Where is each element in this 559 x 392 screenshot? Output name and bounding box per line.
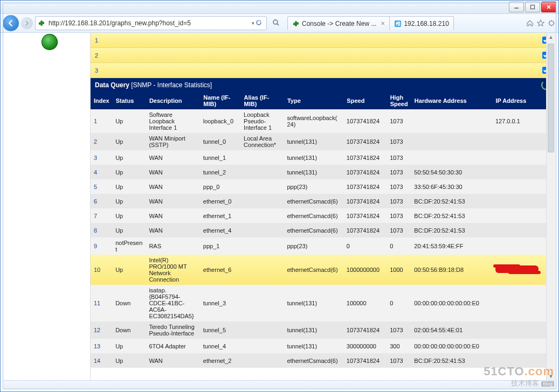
cell-index: 1 — [91, 109, 112, 133]
table-row[interactable]: 14UpWANethernet_2ethernetCsmacd(6)107374… — [91, 353, 555, 368]
row-index-link[interactable]: 14 — [94, 358, 100, 364]
graph-template-row[interactable]: 1 — [91, 33, 555, 48]
page-favicon-icon: 维 — [394, 20, 402, 27]
table-row[interactable]: 4UpWANtunnel_2tunnel(131)107374182410735… — [91, 165, 555, 179]
cell: tunnel(131) — [284, 165, 343, 179]
cell: tunnel(131) — [284, 285, 343, 321]
graph-template-row[interactable]: 2 — [91, 48, 555, 63]
tab-192[interactable]: 维 192.168.18.210 — [389, 16, 453, 30]
cell: Teredo Tunneling Pseudo-Interface — [146, 321, 199, 339]
graph-template-index[interactable]: 1 — [95, 37, 98, 44]
column-header[interactable]: High Speed — [387, 92, 411, 109]
table-row[interactable]: 8UpWANethernet_4ethernetCsmacd(6)1073741… — [91, 223, 555, 237]
row-index-link[interactable]: 8 — [94, 227, 97, 234]
svg-rect-6 — [43, 22, 44, 24]
address-bar[interactable]: ▾ — [35, 16, 267, 30]
cell-index: 11 — [91, 285, 112, 321]
cell: loopback_0 — [200, 109, 240, 133]
vertical-scrollbar[interactable]: ▲ ▼ — [546, 33, 555, 381]
tools-icon[interactable] — [547, 18, 556, 28]
row-index-link[interactable]: 5 — [94, 184, 97, 190]
table-row[interactable]: 3UpWANtunnel_1tunnel(131)10737418241073 — [91, 150, 555, 165]
cell: 1073 — [387, 353, 411, 368]
table-row[interactable]: 6UpWANethernet_0ethernetCsmacd(6)1073741… — [91, 194, 555, 208]
cell: tunnel(131) — [284, 321, 343, 339]
refresh-icon[interactable] — [256, 19, 262, 27]
graph-template-row[interactable]: 3 — [91, 63, 555, 78]
table-row[interactable]: 10UpIntel(R) PRO/1000 MT Network Connect… — [91, 255, 555, 285]
column-header[interactable]: IP Address — [492, 92, 541, 109]
row-index-link[interactable]: 1 — [94, 118, 97, 124]
cell: Up — [112, 223, 146, 237]
scroll-down-icon[interactable]: ▼ — [547, 372, 555, 381]
cell: 1000 — [387, 255, 411, 285]
cell: isatap.{B04F5794-CDCE-41BC-AC6A-EC308215… — [146, 285, 199, 321]
cell: Up — [112, 165, 146, 179]
maximize-button[interactable] — [525, 2, 540, 12]
cell: tunnel_3 — [200, 285, 240, 321]
cell-ip — [492, 255, 541, 285]
column-header[interactable]: Speed — [343, 92, 387, 109]
table-row[interactable]: 13Up6TO4 Adaptertunnel_4tunnel(131)30000… — [91, 339, 555, 353]
row-index-link[interactable]: 9 — [94, 243, 97, 249]
cell: ethernetCsmacd(6) — [284, 194, 343, 208]
close-button[interactable] — [541, 2, 556, 12]
minimize-button[interactable] — [509, 2, 524, 12]
cell: tunnel(131) — [284, 150, 343, 165]
search-icon[interactable] — [269, 19, 283, 27]
table-row[interactable]: 5UpWANppp_0ppp(23)1073741824107333:50:6F… — [91, 179, 555, 194]
cell: Down — [112, 321, 146, 339]
cell: 1073741824 — [343, 133, 387, 150]
cell: BC:DF:20:52:41:53 — [411, 208, 492, 223]
cell: 00:00:00:00:00:00:00:E0 — [411, 339, 492, 353]
column-header[interactable]: Name (IF-MIB) — [200, 92, 240, 109]
column-header[interactable]: Type — [284, 92, 343, 109]
svg-text:维: 维 — [395, 21, 401, 26]
cell: 33:50:6F:45:30:30 — [411, 179, 492, 194]
cell: notPresent — [112, 237, 146, 255]
column-header[interactable]: Hardware Address — [411, 92, 492, 109]
url-input[interactable] — [47, 19, 247, 27]
cell: ethernetCsmacd(6) — [284, 223, 343, 237]
cacti-favicon-icon — [38, 19, 45, 27]
cell: 127.0.0.1 — [492, 109, 541, 133]
graph-template-index[interactable]: 2 — [95, 52, 98, 59]
row-index-link[interactable]: 7 — [94, 213, 97, 219]
cell — [240, 353, 284, 368]
scroll-thumb[interactable] — [548, 44, 554, 152]
column-header[interactable]: Status — [112, 92, 146, 109]
table-row[interactable]: 9notPresentRASppp_1ppp(23)0020:41:53:59:… — [91, 237, 555, 255]
row-index-link[interactable]: 13 — [94, 343, 100, 349]
row-index-link[interactable]: 3 — [94, 155, 97, 161]
cell: 100000 — [343, 285, 387, 321]
row-index-link[interactable]: 4 — [94, 169, 97, 176]
column-header[interactable]: Description — [146, 92, 199, 109]
table-row[interactable]: 1UpSoftware Loopback Interface 1loopback… — [91, 109, 555, 133]
tab-close-icon[interactable]: ✕ — [381, 20, 385, 26]
table-row[interactable]: 11Downisatap.{B04F5794-CDCE-41BC-AC6A-EC… — [91, 285, 555, 321]
column-header[interactable]: Index — [91, 92, 112, 109]
row-index-link[interactable]: 12 — [94, 327, 100, 333]
table-row[interactable]: 2UpWAN Miniport (SSTP)tunnel_0Local Area… — [91, 133, 555, 150]
row-index-link[interactable]: 11 — [94, 300, 100, 306]
svg-rect-5 — [39, 22, 40, 25]
table-row[interactable]: 7UpWANethernet_1ethernetCsmacd(6)1073741… — [91, 208, 555, 223]
home-icon[interactable] — [525, 18, 535, 28]
nav-back-button[interactable] — [3, 15, 19, 31]
nav-forward-button[interactable] — [21, 17, 33, 29]
cell — [492, 208, 541, 223]
row-index-link[interactable]: 10 — [94, 267, 100, 273]
graph-template-index[interactable]: 3 — [95, 67, 98, 74]
cell: Up — [112, 353, 146, 368]
row-index-link[interactable]: 2 — [94, 138, 97, 145]
row-index-link[interactable]: 6 — [94, 198, 97, 205]
scroll-up-icon[interactable]: ▲ — [547, 33, 555, 41]
tab-console[interactable]: Console -> Create New ... ✕ — [287, 16, 390, 30]
favorites-icon[interactable] — [536, 18, 546, 28]
dropdown-icon[interactable]: ▾ — [252, 20, 254, 26]
column-header[interactable]: Alias (IF-MIB) — [240, 92, 284, 109]
cell: Local Area Connection* — [240, 133, 284, 150]
cell: tunnel_5 — [200, 321, 240, 339]
table-row[interactable]: 12DownTeredo Tunneling Pseudo-Interfacet… — [91, 321, 555, 339]
svg-line-20 — [553, 25, 554, 25]
